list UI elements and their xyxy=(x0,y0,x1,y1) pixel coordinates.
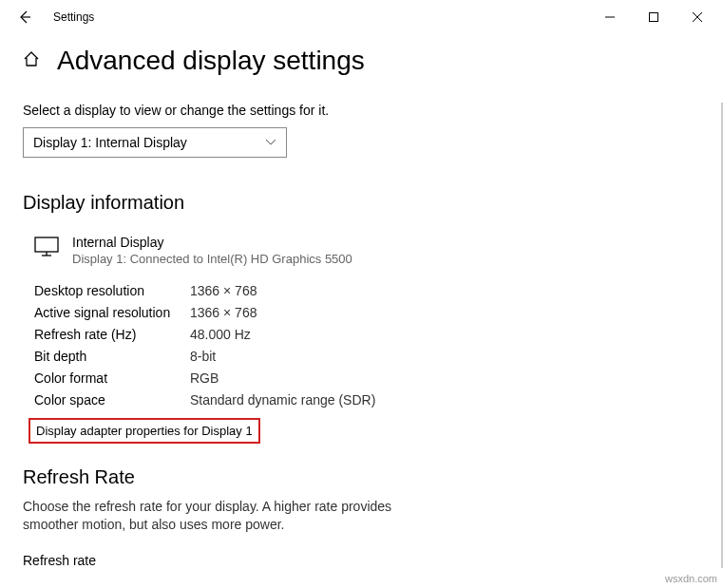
adapter-link-wrap: Display adapter properties for Display 1 xyxy=(23,414,700,444)
prop-label: Refresh rate (Hz) xyxy=(34,327,190,342)
prop-value: RGB xyxy=(190,370,219,386)
prop-row-color-space: Color spaceStandard dynamic range (SDR) xyxy=(34,392,700,408)
refresh-rate-description: Choose the refresh rate for your display… xyxy=(23,498,422,534)
prop-label: Active signal resolution xyxy=(34,305,190,320)
dropdown-selected-value: Display 1: Internal Display xyxy=(33,135,187,150)
chevron-down-icon xyxy=(265,136,276,149)
prop-row-refresh-rate: Refresh rate (Hz)48.000 Hz xyxy=(34,327,700,342)
prop-label: Desktop resolution xyxy=(34,283,190,298)
prop-row-desktop-resolution: Desktop resolution1366 × 768 xyxy=(34,283,700,298)
refresh-rate-label: Refresh rate xyxy=(23,553,700,568)
header-row: Advanced display settings xyxy=(23,46,700,76)
prop-label: Bit depth xyxy=(34,349,190,364)
maximize-icon xyxy=(649,12,658,22)
prop-row-bit-depth: Bit depth8-bit xyxy=(34,349,700,364)
prop-label: Color format xyxy=(34,370,190,386)
page-title: Advanced display settings xyxy=(57,46,365,76)
back-arrow-icon xyxy=(17,9,32,25)
home-icon xyxy=(23,50,40,67)
maximize-button[interactable] xyxy=(632,0,675,34)
prop-value: 8-bit xyxy=(190,349,216,364)
display-subtitle: Display 1: Connected to Intel(R) HD Grap… xyxy=(72,252,352,266)
prop-label: Color space xyxy=(34,392,190,408)
monitor-icon xyxy=(34,237,59,266)
back-button[interactable] xyxy=(4,0,46,34)
home-button[interactable] xyxy=(23,50,40,71)
watermark-text: wsxdn.com xyxy=(665,573,717,584)
prop-row-active-signal-resolution: Active signal resolution1366 × 768 xyxy=(34,305,700,320)
select-display-instruction: Select a display to view or change the s… xyxy=(23,103,700,118)
display-information-heading: Display information xyxy=(23,192,700,214)
prop-value: 1366 × 768 xyxy=(190,305,257,320)
close-icon xyxy=(693,12,702,22)
content-area: Advanced display settings Select a displ… xyxy=(0,34,723,568)
refresh-rate-heading: Refresh Rate xyxy=(23,466,700,488)
minimize-icon xyxy=(605,12,615,22)
display-selector-dropdown[interactable]: Display 1: Internal Display xyxy=(23,127,287,158)
display-identity-text: Internal Display Display 1: Connected to… xyxy=(72,235,352,266)
close-button[interactable] xyxy=(675,0,719,34)
minimize-button[interactable] xyxy=(588,0,632,34)
prop-value: 1366 × 768 xyxy=(190,283,257,298)
svg-rect-5 xyxy=(35,237,58,252)
prop-row-color-format: Color formatRGB xyxy=(34,370,700,386)
window-title: Settings xyxy=(46,10,588,24)
svg-rect-2 xyxy=(650,13,658,22)
titlebar: Settings xyxy=(0,0,723,34)
display-identity-row: Internal Display Display 1: Connected to… xyxy=(23,235,700,266)
prop-value: 48.000 Hz xyxy=(190,327,251,342)
display-adapter-properties-link[interactable]: Display adapter properties for Display 1 xyxy=(29,418,260,444)
display-properties-list: Desktop resolution1366 × 768 Active sign… xyxy=(23,283,700,408)
window-controls xyxy=(588,0,719,34)
prop-value: Standard dynamic range (SDR) xyxy=(190,392,375,408)
display-name: Internal Display xyxy=(72,235,352,250)
